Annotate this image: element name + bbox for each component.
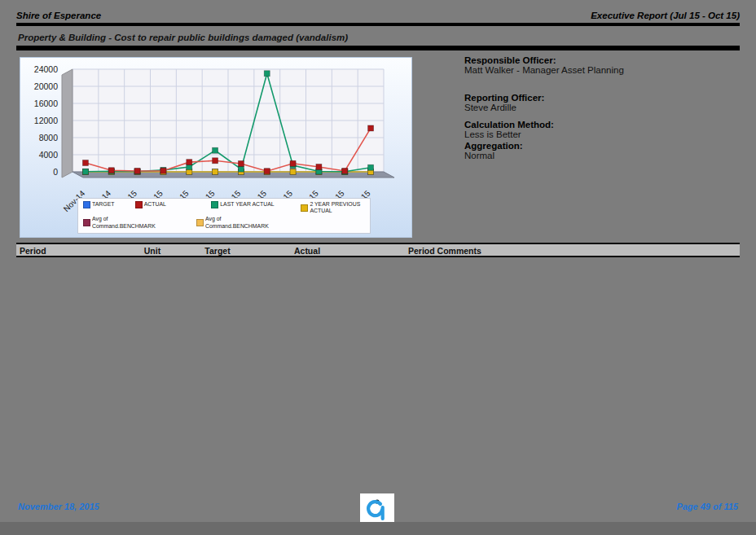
legend-item: Avg of Command.BENCHMARK xyxy=(196,216,306,229)
calculation-method-value: Less is Better xyxy=(464,129,756,139)
legend-item: 2 YEAR PREVIOUS ACTUAL xyxy=(301,201,362,214)
col-comments: Period Comments xyxy=(351,244,740,257)
footer-page-number: Page 49 of 115 xyxy=(676,502,738,511)
svg-text:4000: 4000 xyxy=(39,150,59,160)
svg-text:24000: 24000 xyxy=(34,64,58,74)
header-divider xyxy=(16,23,740,26)
report-header: Shire of Esperance Executive Report (Jul… xyxy=(16,0,740,20)
legend-marker-icon xyxy=(196,219,204,226)
footer-date: November 18, 2015 xyxy=(18,502,99,511)
svg-text:12000: 12000 xyxy=(34,116,58,125)
legend-label: Avg of Command.BENCHMARK xyxy=(92,216,156,229)
legend-item: Avg of Command.BENCHMARK xyxy=(83,216,193,229)
legend-item: TARGET xyxy=(83,201,132,208)
legend-marker-icon xyxy=(301,204,308,212)
company-logo-icon xyxy=(360,493,394,524)
legend-label: 2 YEAR PREVIOUS ACTUAL xyxy=(310,201,360,214)
svg-text:8000: 8000 xyxy=(39,133,59,143)
legend-marker-icon xyxy=(135,201,143,208)
org-name: Shire of Esperance xyxy=(16,11,101,20)
col-actual: Actual xyxy=(263,244,351,257)
aggregation-label: Aggregation: xyxy=(464,141,756,151)
kpi-title: Property & Building - Cost to repair pub… xyxy=(16,33,740,42)
legend-label: ACTUAL xyxy=(144,201,166,208)
legend-marker-icon xyxy=(83,201,90,208)
legend-marker-icon xyxy=(211,201,218,208)
reporting-officer-label: Reporting Officer: xyxy=(464,93,756,103)
officer-info-panel: Responsible Officer: Matt Walker - Manag… xyxy=(464,55,756,160)
svg-text:0: 0 xyxy=(53,167,58,177)
legend-label: Avg of Command.BENCHMARK xyxy=(205,216,269,229)
legend-marker-icon xyxy=(83,219,90,226)
col-target: Target xyxy=(172,244,263,257)
chart-legend: TARGETACTUALLAST YEAR ACTUAL2 YEAR PREVI… xyxy=(77,198,371,234)
legend-item: ACTUAL xyxy=(135,201,209,208)
col-unit: Unit xyxy=(133,244,172,257)
col-status xyxy=(69,249,133,252)
reporting-officer-value: Steve Ardille xyxy=(464,103,756,112)
table-header-row: Period Unit Target Actual Period Comment… xyxy=(16,243,740,257)
svg-text:20000: 20000 xyxy=(34,81,58,91)
responsible-officer-value: Matt Walker - Manager Asset Planning xyxy=(464,65,756,75)
kpi-chart: 04000800012000160002000024000Nov-14Dec-1… xyxy=(20,57,412,238)
bottom-strip xyxy=(0,522,756,535)
period-table: Period Unit Target Actual Period Comment… xyxy=(16,243,740,257)
report-title: Executive Report (Jul 15 - Oct 15) xyxy=(591,11,740,20)
aggregation-value: Normal xyxy=(464,151,756,160)
svg-text:16000: 16000 xyxy=(34,99,58,108)
responsible-officer-label: Responsible Officer: xyxy=(464,55,756,65)
col-period: Period xyxy=(16,244,69,257)
legend-item: LAST YEAR ACTUAL xyxy=(211,201,297,208)
legend-label: LAST YEAR ACTUAL xyxy=(220,201,274,208)
legend-label: TARGET xyxy=(92,201,114,208)
calculation-method-label: Calculation Method: xyxy=(464,120,756,129)
